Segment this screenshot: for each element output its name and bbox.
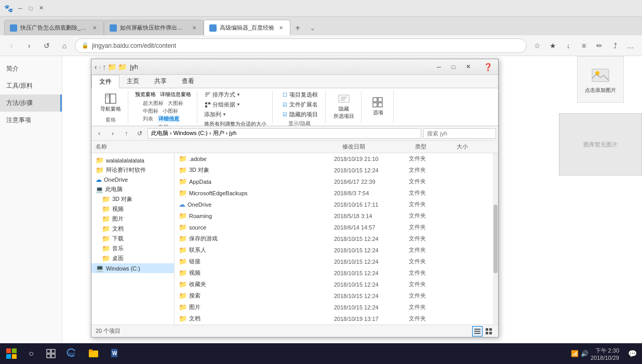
tree-item-docs[interactable]: 📁 文档 xyxy=(91,224,174,234)
maximize-icon[interactable]: □ xyxy=(26,4,35,12)
tree-item-pc[interactable]: 💻 此电脑 xyxy=(91,184,174,194)
details-btn[interactable]: 详细信息 xyxy=(157,115,180,123)
forward-button[interactable]: › xyxy=(22,38,36,53)
browser-tab-2[interactable]: 高级编辑器_百度经验 ✕ xyxy=(204,20,290,35)
tree-item-music[interactable]: 📁 音乐 xyxy=(91,244,174,253)
file-extensions-row[interactable]: ☑ 文件扩展名 xyxy=(279,100,319,109)
taskbar-search-button[interactable]: ○ xyxy=(22,344,41,363)
file-item-6[interactable]: 📁source 2018/6/14 14:57 文件夹 xyxy=(175,222,498,233)
tree-item-windows[interactable]: 💻 Windows (C:) xyxy=(91,263,174,273)
group-by-button[interactable]: 分组依据 ▼ xyxy=(203,100,242,109)
hide-selected-button[interactable]: 隐藏所选项目 xyxy=(331,91,357,122)
file-item-12[interactable]: 📁搜索 2018/10/15 12:24 文件夹 xyxy=(175,290,498,302)
fe-search-input[interactable] xyxy=(423,128,496,139)
download-icon[interactable]: ↓ xyxy=(561,38,576,53)
ribbon-tab-home[interactable]: 主页 xyxy=(119,75,147,88)
taskbar-file-explorer[interactable] xyxy=(83,344,104,363)
close-icon[interactable]: ✕ xyxy=(37,4,45,12)
nav-pane-button[interactable]: 导航窗格 xyxy=(98,91,124,114)
notes-icon[interactable]: ✏ xyxy=(592,38,607,53)
tree-item-pics[interactable]: 📁 图片 xyxy=(91,214,174,224)
fe-help-icon[interactable]: ❓ xyxy=(480,61,495,73)
fe-forward-icon[interactable]: › xyxy=(99,63,101,71)
fe-addr-forward[interactable]: › xyxy=(107,128,118,139)
item-checkbox-row[interactable]: ☐ 项目复选框 xyxy=(279,90,319,99)
col-header-type[interactable]: 类型 xyxy=(413,143,454,151)
file-item-10[interactable]: 📁视频 2018/10/15 12:24 文件夹 xyxy=(175,267,498,279)
medium-icon-btn[interactable]: 中图标 xyxy=(143,107,158,115)
file-item-2[interactable]: 📁AppData 2018/6/17 22:39 文件夹 xyxy=(175,176,498,187)
file-item-13[interactable]: 📁图片 2018/10/15 12:24 文件夹 xyxy=(175,302,498,313)
new-tab-button[interactable]: + xyxy=(290,21,305,35)
tree-item-onedrive[interactable]: ☁ OneDrive xyxy=(91,175,174,184)
extra-large-icon-btn[interactable]: 超大图标 xyxy=(143,100,164,107)
fe-up-icon[interactable]: ↑ xyxy=(102,63,106,71)
more-icon[interactable]: … xyxy=(623,38,638,53)
ribbon-tab-share[interactable]: 共享 xyxy=(147,75,175,88)
add-image-button[interactable]: 点击添加图片 xyxy=(577,56,624,103)
col-header-size[interactable]: 大小 xyxy=(454,143,496,151)
sidebar-item-intro[interactable]: 简介 xyxy=(0,60,62,77)
fe-maximize-button[interactable]: □ xyxy=(446,61,461,73)
sidebar-item-steps[interactable]: 方法/步骤 xyxy=(0,95,62,112)
share-icon[interactable]: ⤴ xyxy=(608,38,622,53)
tree-item-downloads[interactable]: 📁 下载 xyxy=(91,234,174,244)
large-view-btn[interactable] xyxy=(484,326,494,336)
tab-overflow-button[interactable]: ⌄ xyxy=(305,21,319,35)
sidebar-item-notes[interactable]: 注意事项 xyxy=(0,112,62,129)
volume-icon[interactable]: 🔊 xyxy=(581,350,588,357)
file-item-0[interactable]: 📁.adobe 2018/10/19 21:10 文件夹 xyxy=(175,153,498,165)
sort-by-button[interactable]: 排序方式 ▼ xyxy=(203,90,242,99)
file-item-11[interactable]: 📁收藏夹 2018/10/15 12:24 文件夹 xyxy=(175,279,498,290)
tree-item-debate[interactable]: 📁 辩论赛计时软件 xyxy=(91,165,174,175)
col-header-date[interactable]: 修改日期 xyxy=(340,143,413,151)
tab-close-0[interactable]: ✕ xyxy=(91,24,98,32)
large-icon-btn[interactable]: 大图标 xyxy=(168,100,183,107)
file-item-5[interactable]: 📁Roaming 2018/5/18 3:14 文件夹 xyxy=(175,210,498,222)
refresh-button[interactable]: ↺ xyxy=(39,38,54,53)
details-pane-button[interactable]: 详细信息窗格 xyxy=(158,90,193,99)
file-item-3[interactable]: 📁MicrosoftEdgeBackups 2018/8/3 7:54 文件夹 xyxy=(175,187,498,199)
ribbon-tab-file[interactable]: 文件 xyxy=(91,75,119,88)
fe-addr-back[interactable]: ‹ xyxy=(93,128,105,139)
back-button[interactable]: ‹ xyxy=(4,38,19,53)
tree-item-3d[interactable]: 📁 3D 对象 xyxy=(91,194,174,204)
tree-item-wala[interactable]: 📁 walalalalalalala xyxy=(91,155,174,165)
browser-tab-0[interactable]: 快压广告怎么彻底删除_百度 ✕ xyxy=(4,20,104,35)
file-item-1[interactable]: 📁3D 对象 2018/10/15 12:24 文件夹 xyxy=(175,165,498,176)
file-item-8[interactable]: 📁联系人 2018/10/15 12:24 文件夹 xyxy=(175,245,498,256)
address-input[interactable]: 🔒 jingyan.baidu.com/edit/content xyxy=(75,38,527,53)
fe-addr-up[interactable]: ↑ xyxy=(121,128,132,139)
home-button[interactable]: ⌂ xyxy=(57,38,72,53)
start-button[interactable] xyxy=(2,344,21,363)
fe-scrollbar[interactable] xyxy=(493,153,498,325)
file-item-14[interactable]: 📁文档 2018/10/19 13:17 文件夹 xyxy=(175,313,498,325)
fe-address-input[interactable] xyxy=(148,128,421,139)
options-button[interactable]: 选项 xyxy=(368,95,389,118)
notification-center[interactable]: 💬 xyxy=(624,344,640,363)
fe-addr-refresh[interactable]: ↺ xyxy=(134,128,145,139)
hidden-items-row[interactable]: ☑ 隐藏的项目 xyxy=(279,110,319,119)
fe-close-button[interactable]: ✕ xyxy=(461,61,475,73)
file-item-9[interactable]: 📁链接 2018/10/15 12:24 文件夹 xyxy=(175,256,498,267)
small-icon-btn[interactable]: 小图标 xyxy=(163,107,178,115)
tree-item-video[interactable]: 📁 视频 xyxy=(91,204,174,214)
sidebar-item-tools[interactable]: 工具/原料 xyxy=(0,77,62,95)
tree-item-desktop[interactable]: 📁 桌面 xyxy=(91,253,174,263)
ribbon-tab-view[interactable]: 查看 xyxy=(175,75,202,88)
detail-view-btn[interactable] xyxy=(472,326,483,336)
file-item-7[interactable]: 📁保存的游戏 2018/10/15 12:24 文件夹 xyxy=(175,233,498,245)
file-item-4[interactable]: ☁OneDrive 2018/10/16 17:11 文件夹 xyxy=(175,199,498,210)
col-header-name[interactable]: 名称 xyxy=(93,143,340,151)
network-icon[interactable]: 📶 xyxy=(571,350,579,357)
taskbar-task-view[interactable] xyxy=(42,344,60,363)
browser-tab-1[interactable]: 如何屏蔽快压软件弹出广告 ✕ xyxy=(104,20,204,35)
fe-scrollbar-thumb[interactable] xyxy=(493,205,498,273)
list-btn[interactable]: 列表 xyxy=(143,115,153,123)
favorites-icon[interactable]: ☆ xyxy=(530,38,544,53)
tab-close-1[interactable]: ✕ xyxy=(191,24,198,32)
add-columns-button[interactable]: 添加列 ▼ xyxy=(203,110,228,119)
preview-pane-button[interactable]: 预览窗格 xyxy=(133,90,157,99)
tab-close-2[interactable]: ✕ xyxy=(277,24,285,32)
minimize-icon[interactable]: ─ xyxy=(16,4,24,12)
